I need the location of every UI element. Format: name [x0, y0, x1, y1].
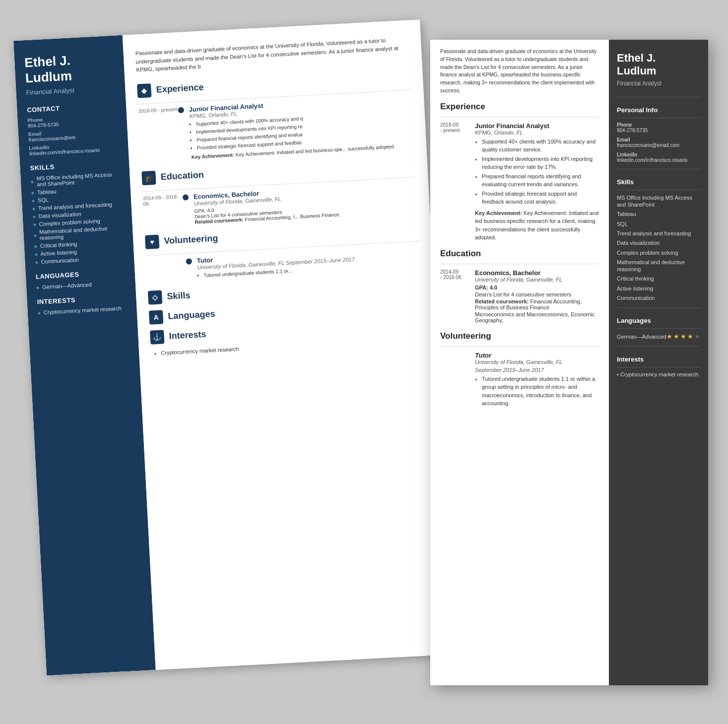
star-filled: ★: [680, 333, 686, 340]
back-language-item: German—Advanced: [36, 280, 126, 290]
front-body: Passionate and data-driven graduate of e…: [430, 40, 609, 424]
experience-icon: ◈: [137, 83, 151, 97]
front-vol-row: Tutor University of Florida, Gainesville…: [440, 352, 599, 409]
front-sidebar-title: Financial Analyst: [617, 80, 700, 87]
front-interest-item: Cryptocurrency market research: [617, 371, 700, 377]
front-skill-item: MS Office including MS Access and ShareP…: [617, 194, 700, 209]
front-experience-title: Experience: [440, 102, 599, 112]
front-phone: 904-278-5735: [617, 128, 700, 133]
front-lang-stars: ★★★★★: [666, 333, 700, 340]
front-edu-school: University of Florida, Gainesville, FL: [475, 277, 599, 283]
front-sidebar: Ethel J.Ludlum Financial Analyst Persona…: [609, 40, 708, 685]
front-edu-coursework: Related coursework: Financial Accounting…: [475, 298, 599, 310]
front-exp-company: KPMG, Orlando, FL: [475, 130, 599, 136]
back-exp-dot: [178, 107, 184, 113]
back-name: Ethel J. Ludlum: [24, 51, 115, 86]
front-exp-date: 2018-09- present: [440, 122, 475, 242]
front-skill-item: Mathematical and deductive reasoning: [617, 259, 700, 273]
front-sidebar-name: Ethel J.Ludlum: [617, 52, 700, 78]
back-edu-content: Economics, Bachelor University of Florid…: [194, 181, 418, 224]
front-edu-coursework2: Microeconomics and Macroeconomics, Econo…: [475, 311, 599, 323]
front-summary: Passionate and data-driven graduate of e…: [440, 48, 599, 95]
back-vol-date: [146, 257, 187, 283]
back-languages-section-label: Languages: [36, 269, 126, 281]
front-exp-bullet-3: Prepared financial reports identifying a…: [482, 172, 599, 189]
front-main: Passionate and data-driven graduate of e…: [430, 40, 609, 685]
front-skill-item: Communication: [617, 294, 700, 301]
back-skills-section-label: Skills: [30, 160, 120, 172]
front-education-title: Education: [440, 249, 599, 259]
front-languages-label: Languages: [617, 317, 700, 324]
star-filled: ★: [687, 333, 693, 340]
front-lang-row: German—Advanced ★★★★★: [617, 333, 700, 340]
front-vol-dates: September 2015–June 2017: [475, 367, 599, 373]
front-exp-row: 2018-09- present Junior Financial Analys…: [440, 122, 599, 242]
volunteering-icon: ♥: [145, 234, 159, 249]
front-skill-item: Critical thinking: [617, 275, 700, 282]
back-vol-row: Tutor University of Florida, Gainesville…: [146, 245, 421, 283]
back-edu-date: 2014-09 - 2018-06: [143, 193, 184, 227]
front-vol-role: Tutor: [475, 352, 599, 359]
scene: Ethel J. Ludlum Financial Analyst Contac…: [0, 0, 728, 724]
front-skills-list: MS Office including MS Access and ShareP…: [617, 194, 700, 302]
back-exp-content: Junior Financial Analyst KPMG, Orlando, …: [189, 94, 414, 160]
star-filled: ★: [666, 333, 672, 340]
front-skill-item: Active listening: [617, 285, 700, 292]
front-skill-item: SQL: [617, 220, 700, 227]
education-icon: 🎓: [141, 170, 156, 185]
back-summary: Passionate and data-driven graduate of e…: [135, 35, 410, 74]
front-skills-label: Skills: [617, 178, 700, 186]
front-skill-item: Complex problem solving: [617, 249, 700, 256]
front-edu-degree: Economics, Bachelor: [475, 269, 599, 277]
front-linkedin: linkedin.com/in/francisco.rosario: [617, 157, 700, 163]
front-skill-item: Tableau: [617, 211, 700, 217]
front-exp-bullet-4: Provided strategic forecast support and …: [482, 190, 599, 206]
interests-icon: ⚓: [150, 330, 164, 344]
front-interests-label: Interests: [617, 356, 700, 363]
front-exp-bullet-2: Implemented developments into KPI report…: [482, 155, 599, 171]
front-vol-bullet: Tutored undergraduate students 1:1 or wi…: [482, 375, 599, 408]
front-vol-org: University of Florida, Gainesville, FL: [475, 359, 599, 365]
front-exp-bullet-1: Supported 40+ clients with 100% accuracy…: [482, 138, 599, 154]
star-empty: ★: [694, 333, 700, 340]
front-volunteering-title: Volunteering: [440, 331, 599, 341]
front-email-label: Email: [617, 137, 700, 143]
resume-back: Ethel J. Ludlum Financial Analyst Contac…: [13, 19, 453, 675]
back-contact-label: Contact: [27, 102, 117, 114]
back-exp-date: 2018-09 - present: [138, 106, 181, 163]
front-edu-gpa: GPA: 4.0: [475, 285, 599, 290]
star-filled: ★: [673, 333, 679, 340]
back-edu-row: 2014-09 - 2018-06 Economics, Bachelor Un…: [143, 181, 418, 227]
front-personal-info-label: Personal Info: [617, 106, 700, 114]
front-edu-row: 2014-09- 2018-06 Economics, Bachelor Uni…: [440, 269, 599, 324]
back-skills-list: MS Office including MS Access and ShareP…: [30, 171, 124, 265]
front-exp-key-ach: Key Achievement: Key Achievement: Initia…: [475, 209, 599, 242]
front-edu-date-text: 2014-09- 2018-06: [440, 269, 462, 280]
skills-icon: ◇: [148, 290, 162, 304]
back-interest-item: Cryptocurrency market research: [37, 305, 127, 315]
front-exp-date-text: 2018-09- present: [440, 122, 460, 133]
back-title: Financial Analyst: [26, 84, 116, 96]
resume-front: Passionate and data-driven graduate of e…: [430, 40, 708, 685]
front-interests-list: Cryptocurrency market research: [617, 371, 700, 377]
front-edu-date: 2014-09- 2018-06: [440, 269, 475, 324]
front-exp-job-title: Junior Financial Analyst: [475, 122, 599, 130]
languages-icon: A: [149, 310, 163, 324]
back-experience-title: ◈ Experience: [137, 70, 411, 98]
front-lang-name: German—Advanced: [617, 334, 666, 340]
front-linkedin-label: LinkedIn: [617, 152, 700, 157]
back-edu-dot: [183, 194, 189, 201]
back-vol-dot: [186, 258, 192, 265]
front-skill-item: Trend analysis and forecasting: [617, 230, 700, 237]
front-skill-item: Data visualization: [617, 239, 700, 246]
front-exp-content: Junior Financial Analyst KPMG, Orlando, …: [475, 122, 599, 242]
back-interests-section-label: Interests: [37, 294, 127, 306]
front-vol-date: [440, 352, 475, 409]
front-phone-label: Phone: [617, 122, 700, 128]
front-edu-content: Economics, Bachelor University of Florid…: [475, 269, 599, 324]
front-email: franciscorosario@email.com: [617, 143, 700, 148]
front-edu-coursework-label: Related coursework:: [475, 298, 529, 304]
front-vol-content: Tutor University of Florida, Gainesville…: [475, 352, 599, 409]
back-main: Passionate and data-driven graduate of e…: [123, 19, 453, 670]
back-exp-row: 2018-09 - present Junior Financial Analy…: [138, 94, 415, 163]
